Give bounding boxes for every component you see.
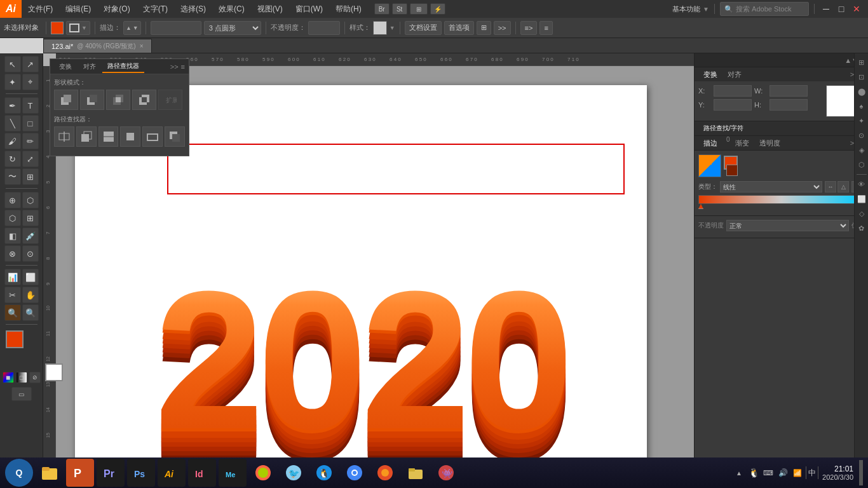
stroke-options[interactable]: ▼ — [66, 21, 90, 35]
x-input[interactable] — [714, 85, 752, 97]
blend-mode-select[interactable]: 正常 正片叠底 溶解 — [726, 220, 849, 231]
stroke-value-input[interactable] — [151, 21, 201, 35]
h-input[interactable] — [770, 99, 808, 111]
blend-tool[interactable]: ⊗ — [4, 245, 21, 262]
none-icon[interactable]: ⊘ — [29, 372, 41, 383]
more-options-btn[interactable]: >> — [494, 21, 511, 35]
color-icon[interactable]: ◼ — [3, 372, 14, 383]
exclude-btn[interactable] — [132, 90, 156, 110]
grid-icon[interactable]: ⊞ — [410, 3, 428, 15]
panel-icon-4[interactable]: ♠ — [855, 100, 868, 112]
align-tab-label[interactable]: 对齐 — [722, 67, 747, 81]
hamburger-btn[interactable]: ≡ — [539, 21, 552, 35]
panel-menu-icon[interactable]: ≡ — [181, 63, 185, 71]
panel-icon-3[interactable]: ⬤ — [855, 85, 868, 98]
column-graph-tool[interactable]: 📊 — [4, 269, 21, 285]
panel-icon-10[interactable]: ⬜ — [855, 193, 868, 205]
gradient-tab-label[interactable]: 渐变 — [730, 136, 754, 150]
stroke-header[interactable]: 描边 0 渐变 透明度 >> ≡ — [695, 136, 868, 150]
pencil-tool[interactable]: ✏ — [22, 133, 39, 149]
menu-file[interactable]: 文件(F) — [22, 0, 59, 18]
menu-effect[interactable]: 效果(C) — [212, 0, 251, 18]
pen-tool[interactable]: ✒ — [4, 97, 21, 114]
lasso-tool[interactable]: ⌖ — [22, 74, 39, 90]
panel-icon-6[interactable]: ⊙ — [855, 129, 868, 142]
style-dropdown-icon[interactable]: ▼ — [390, 25, 395, 31]
perspective-tool[interactable]: ⬡ — [4, 210, 21, 226]
menu-select[interactable]: 选择(S) — [174, 0, 212, 18]
taskbar-browser-icon[interactable]: Q — [5, 459, 33, 487]
w-input[interactable] — [770, 85, 808, 97]
taskbar-media-icon[interactable]: Me — [219, 459, 247, 487]
pathfinder-tab[interactable]: 路径查找器 — [102, 60, 144, 73]
taskbar-photoshop-icon[interactable]: Ps — [127, 459, 155, 487]
magic-wand-tool[interactable]: ✦ — [4, 74, 21, 90]
minus-front-btn[interactable] — [80, 90, 104, 110]
panel-icon-1[interactable]: ⊞ — [855, 56, 868, 69]
maximize-button[interactable]: □ — [835, 3, 848, 15]
arrange-btn[interactable]: ⊞ — [477, 21, 491, 35]
shape-builder-tool[interactable]: ⊕ — [4, 192, 21, 208]
crop-btn[interactable] — [120, 126, 140, 147]
select-tool[interactable]: ↖ — [4, 56, 21, 72]
taskbar-files-icon[interactable] — [36, 459, 64, 487]
menu-help[interactable]: 帮助(H) — [329, 0, 368, 18]
menu-edit[interactable]: 编辑(E) — [59, 0, 97, 18]
panel-icon-5[interactable]: ✦ — [855, 114, 868, 127]
stock-icon[interactable]: St — [392, 3, 407, 15]
tray-up-arrow[interactable]: ▲ — [733, 466, 745, 479]
panel-icon-2[interactable]: ⊡ — [855, 71, 868, 83]
symbol-tool[interactable]: ⊙ — [22, 245, 39, 262]
taskbar-premiere-icon[interactable]: Pr — [97, 459, 125, 487]
eyedrop-tool[interactable]: 💉 — [22, 227, 39, 244]
pathfinder-mini-header[interactable]: 路径查找/字符 — [695, 121, 868, 135]
gradient-reverse-btn[interactable]: ↔ — [825, 181, 836, 193]
lightning-icon[interactable]: ⚡ — [430, 3, 445, 15]
align-tab[interactable]: 对齐 — [78, 60, 101, 73]
panel-icon-9[interactable]: 👁 — [855, 178, 868, 191]
mesh-tool[interactable]: ⊞ — [22, 210, 39, 226]
text-tool[interactable]: T — [22, 97, 39, 114]
gradient-type-select[interactable]: 线性 径向 — [720, 181, 822, 193]
foreground-color[interactable] — [6, 330, 24, 348]
stroke-up-icon[interactable]: ▲ — [126, 25, 132, 31]
taskbar-powerpoint-icon[interactable]: P — [66, 459, 94, 487]
gradient-angle-icon[interactable]: △ — [837, 181, 849, 193]
slice-tool[interactable]: ✂ — [4, 287, 21, 303]
artboard-tool[interactable]: ⬜ — [22, 269, 39, 285]
volume-icon[interactable]: 🔊 — [776, 466, 789, 479]
zoom-tool2[interactable]: 🔍 — [22, 304, 39, 321]
gradient-icon[interactable]: ◻ — [16, 372, 27, 383]
intersect-btn[interactable] — [106, 90, 130, 110]
search-stock[interactable]: 🔍 搜索 Adobe Stock — [720, 2, 809, 16]
zoom-tool[interactable]: 🔍 — [4, 304, 21, 321]
trim-btn[interactable] — [76, 126, 97, 147]
stroke-down-icon[interactable]: ▼ — [133, 25, 139, 31]
divide-btn[interactable] — [54, 126, 74, 147]
file-tab[interactable]: 123.ai* @ 400% (RGB/预览) × — [43, 39, 152, 53]
line-tool[interactable]: ╲ — [4, 115, 21, 132]
minimize-button[interactable]: ─ — [820, 3, 832, 15]
screen-mode-icon[interactable]: ▭ — [11, 387, 32, 401]
menu-window[interactable]: 窗口(W) — [289, 0, 329, 18]
taskbar-game-icon[interactable]: 👾 — [432, 459, 460, 487]
taskbar-indesign-icon[interactable]: Id — [188, 459, 216, 487]
transform-header[interactable]: 变换 对齐 >> ≡ — [695, 67, 868, 81]
free-transform-tool[interactable]: ⊞ — [22, 168, 39, 185]
background-color[interactable] — [45, 363, 63, 381]
panel-icon-8[interactable]: ⬡ — [855, 158, 868, 171]
panel-more-icon[interactable]: >> — [170, 63, 179, 71]
taskbar-bird-icon[interactable]: 🐦 — [280, 459, 308, 487]
rect-tool[interactable]: □ — [22, 115, 39, 132]
close-button[interactable]: ✕ — [850, 3, 863, 15]
taskbar-folder-icon[interactable] — [402, 459, 430, 487]
taskbar-firefox-icon[interactable] — [371, 459, 399, 487]
hand-tool[interactable]: ✋ — [22, 287, 39, 303]
paintbrush-tool[interactable]: 🖌 — [4, 133, 21, 149]
fill-color[interactable] — [51, 22, 64, 34]
taskbar-chrome-icon[interactable] — [341, 459, 369, 487]
unite-btn[interactable] — [54, 90, 78, 110]
preferences-button[interactable]: 首选项 — [444, 21, 474, 35]
taskbar-illustrator-icon[interactable]: Ai — [158, 459, 186, 487]
panel-more[interactable]: >> ≡ — [170, 63, 185, 71]
